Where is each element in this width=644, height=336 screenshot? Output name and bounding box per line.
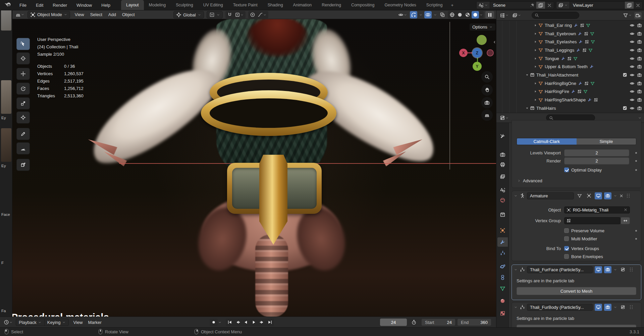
properties-search-input[interactable] <box>555 115 590 121</box>
outliner-row-hairringbigone[interactable]: HairRingBigOne <box>496 79 644 88</box>
render-levels-field[interactable]: 2 <box>564 157 629 164</box>
properties-tab-tool[interactable] <box>497 132 508 141</box>
modifier-extras-icon[interactable] <box>613 305 617 309</box>
animate-dot[interactable] <box>635 238 637 240</box>
play-reverse-button[interactable] <box>242 319 250 326</box>
transform-orientation-selector[interactable]: Global <box>173 11 204 18</box>
hide-in-viewport-eye-icon[interactable] <box>630 56 635 61</box>
view-layer-icon[interactable] <box>556 2 570 9</box>
properties-tab-material[interactable] <box>497 296 508 305</box>
tool-move[interactable] <box>16 68 30 80</box>
tool-transform[interactable] <box>16 111 30 124</box>
vertex-group-field[interactable] <box>564 217 621 224</box>
show-render-toggle[interactable] <box>604 304 611 311</box>
pause-render-button[interactable] <box>485 11 494 18</box>
overlays-dropdown-icon[interactable] <box>433 13 437 17</box>
hide-in-viewport-eye-icon[interactable] <box>630 81 635 86</box>
workspace-tab-texture-paint[interactable]: Texture Paint <box>228 0 263 10</box>
disclosure-icon[interactable] <box>534 98 538 102</box>
axis-ball-green[interactable] <box>477 35 487 45</box>
shading-material-button[interactable] <box>464 11 471 18</box>
add-workspace-button[interactable]: + <box>448 0 457 10</box>
outliner-row-thali-leggings[interactable]: Thali_Leggings <box>496 46 644 54</box>
disclosure-icon[interactable] <box>534 32 538 36</box>
scene-selector[interactable]: Scene <box>476 1 554 9</box>
next-keyframe-button[interactable] <box>258 319 266 326</box>
preserve-volume-checkbox[interactable] <box>564 228 569 233</box>
outliner-row-hairringsharkshape[interactable]: HairRingSharkShape <box>496 96 644 104</box>
catmull-clark-button[interactable]: Catmull-Clark <box>517 138 577 145</box>
workspace-tab-scripting[interactable]: Scripting <box>421 0 448 10</box>
disclosure-icon[interactable] <box>534 57 538 60</box>
on-cage-toggle[interactable] <box>585 192 593 199</box>
tool-scale[interactable] <box>16 97 30 109</box>
viewport-menu-select[interactable]: Select <box>88 11 105 18</box>
modifier-name-field[interactable]: Armature <box>527 192 574 199</box>
tool-cursor[interactable] <box>16 52 30 64</box>
outliner-row-thali-eyelashes[interactable]: Thali_Eyelashes <box>496 38 644 46</box>
clear-icon[interactable] <box>624 208 628 212</box>
viewport-menu-add[interactable]: Add <box>106 11 119 18</box>
outliner-row-upper-bottom-teeth[interactable]: Upper & Bottom Teeth <box>496 62 644 71</box>
auto-keying-button[interactable] <box>210 319 218 326</box>
disable-in-render-camera-icon[interactable] <box>637 56 642 61</box>
disable-in-render-camera-icon[interactable] <box>637 106 642 111</box>
axis-ball-z[interactable]: Z <box>472 48 482 58</box>
tool-measure[interactable] <box>16 142 30 154</box>
jump-to-start-button[interactable] <box>226 319 234 326</box>
animate-dot[interactable] <box>635 160 637 162</box>
previous-keyframe-button[interactable] <box>234 319 242 326</box>
properties-tab-constraints[interactable] <box>497 273 508 282</box>
mode-selector[interactable]: Object Mode <box>28 11 70 18</box>
workspace-tab-geometry-nodes[interactable]: Geometry Nodes <box>379 0 421 10</box>
scene-icon[interactable] <box>477 2 490 9</box>
shading-solid-button[interactable] <box>456 11 464 18</box>
viewport-menu-object[interactable]: Object <box>119 11 138 18</box>
toggle-ortho-button[interactable] <box>481 109 493 121</box>
hide-in-viewport-eye-icon[interactable] <box>630 89 635 94</box>
pin-icon[interactable] <box>528 2 536 9</box>
collapse-icon[interactable] <box>514 305 518 309</box>
disclosure-icon[interactable] <box>534 48 538 52</box>
disable-in-render-camera-icon[interactable] <box>637 48 642 53</box>
blender-logo-icon[interactable] <box>4 1 13 9</box>
disable-in-render-camera-icon[interactable] <box>637 89 642 94</box>
modifier-extras-icon[interactable] <box>613 194 617 198</box>
file-thumbnail[interactable] <box>1 10 11 31</box>
menu-window[interactable]: Window <box>73 1 95 9</box>
workspace-tab-layout[interactable]: Layout <box>121 0 144 10</box>
disable-in-render-camera-icon[interactable] <box>637 81 642 86</box>
file-thumbnail[interactable] <box>1 273 11 307</box>
workspace-tab-shading[interactable]: Shading <box>263 0 288 10</box>
keying-options-icon[interactable] <box>218 321 222 324</box>
outliner-row-thali-eyebrown[interactable]: Thali_Eyebrown <box>496 30 644 38</box>
menu-render[interactable]: Render <box>49 1 70 9</box>
editor-type-button[interactable] <box>14 11 25 18</box>
animate-dot[interactable] <box>635 230 637 232</box>
workspace-tab-animation[interactable]: Animation <box>288 0 317 10</box>
viewport-menu-view[interactable]: View <box>72 11 87 18</box>
gizmos-toggle[interactable] <box>410 11 417 18</box>
tool-rotate[interactable] <box>16 83 30 95</box>
collapse-icon[interactable] <box>514 268 518 272</box>
disable-in-render-camera-icon[interactable] <box>637 64 642 69</box>
filter-id-type-dropdown[interactable] <box>511 12 522 19</box>
animate-dot[interactable] <box>635 152 637 154</box>
disclosure-icon[interactable] <box>534 23 538 27</box>
disclosure-icon[interactable] <box>534 90 538 93</box>
zoom-button[interactable] <box>481 71 493 83</box>
disable-in-render-camera-icon[interactable] <box>637 97 642 102</box>
shading-wireframe-button[interactable] <box>448 11 456 18</box>
tool-add-cube[interactable] <box>16 159 30 171</box>
view-layer-name[interactable]: ViewLayer <box>570 3 625 8</box>
show-viewport-toggle[interactable] <box>595 192 602 199</box>
proportional-editing-toggle[interactable] <box>249 11 256 18</box>
scene-name[interactable]: Scene <box>490 3 528 8</box>
disable-in-render-camera-icon[interactable] <box>637 31 642 36</box>
new-view-layer-copy-icon[interactable] <box>625 2 634 9</box>
file-thumbnail[interactable] <box>1 80 11 114</box>
simple-button[interactable]: Simple <box>577 138 636 145</box>
properties-tab-physics[interactable] <box>497 261 508 271</box>
hide-in-viewport-eye-icon[interactable] <box>630 106 635 111</box>
frame-end-field[interactable]: End 360 <box>457 319 491 326</box>
